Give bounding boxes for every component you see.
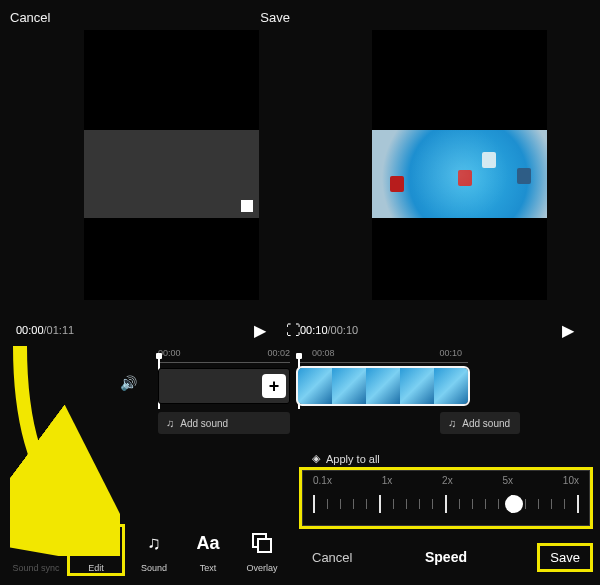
annotation-arrow-icon	[10, 336, 120, 556]
timeline-ruler: 00:0000:02	[158, 348, 290, 362]
play-button[interactable]: ▶	[254, 321, 266, 340]
time-display: 00:00/01:11	[16, 324, 74, 336]
volume-icon[interactable]: 🔊	[120, 375, 137, 391]
timeline-ruler: 00:0800:10	[312, 348, 462, 362]
speed-labels: 0.1x 1x 2x 5x 10x	[313, 475, 579, 486]
play-button[interactable]: ▶	[562, 321, 574, 340]
speed-slider-knob[interactable]	[505, 495, 523, 513]
preview-game-frame	[372, 130, 547, 218]
clip-row[interactable]	[298, 368, 468, 404]
add-sound-button[interactable]: ♫ Add sound	[440, 412, 520, 434]
music-note-icon: ♫	[166, 417, 174, 429]
add-clip-button[interactable]: +	[262, 374, 286, 398]
video-preview-right[interactable]	[372, 30, 547, 300]
apply-to-all-toggle[interactable]: ◈ Apply to all	[312, 452, 380, 465]
music-note-icon: ♫	[448, 417, 456, 429]
music-note-icon: ♫	[138, 527, 170, 559]
text-button[interactable]: Aa Text	[182, 527, 234, 573]
speed-slider-panel: 0.1x 1x 2x 5x 10x	[302, 470, 590, 526]
roblox-logo-icon	[241, 200, 253, 212]
time-display: 00:10/00:10	[300, 324, 358, 336]
preview-content-placeholder	[84, 130, 259, 218]
overlay-icon	[246, 527, 278, 559]
edit-button[interactable]: Edit	[70, 527, 122, 573]
sync-icon: ⟳	[20, 527, 52, 559]
clip-row[interactable]: +	[158, 368, 290, 404]
fullscreen-button[interactable]: ⛶	[286, 322, 300, 338]
video-preview-left[interactable]	[84, 30, 259, 300]
edit-icon	[80, 527, 112, 559]
cancel-button[interactable]: Cancel	[0, 8, 60, 27]
svg-marker-2	[94, 539, 99, 547]
svg-rect-4	[258, 539, 271, 552]
svg-rect-1	[100, 535, 106, 551]
svg-rect-0	[86, 535, 92, 551]
overlay-button[interactable]: Overlay	[236, 527, 288, 573]
layers-icon: ◈	[312, 452, 320, 465]
text-icon: Aa	[192, 527, 224, 559]
speed-save-button[interactable]: Save	[540, 546, 590, 569]
save-button[interactable]: Save	[250, 8, 300, 27]
speed-slider[interactable]	[313, 493, 579, 515]
speed-cancel-button[interactable]: Cancel	[302, 546, 362, 569]
sound-sync-button[interactable]: ⟳ Sound sync	[10, 527, 62, 573]
sound-button[interactable]: ♫ Sound	[128, 527, 180, 573]
add-sound-button[interactable]: ♫ Add sound	[158, 412, 290, 434]
